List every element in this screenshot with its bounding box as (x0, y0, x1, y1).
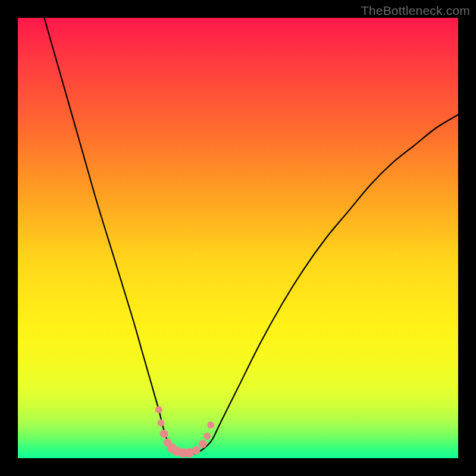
range-marker-dot (155, 406, 162, 414)
range-marker-dot (160, 430, 168, 438)
bottleneck-curve (44, 18, 458, 455)
range-marker-dot (199, 440, 207, 448)
plot-area (18, 18, 458, 458)
watermark-text: TheBottleneck.com (361, 4, 470, 18)
curve-layer (18, 18, 458, 458)
range-marker-dot (192, 446, 201, 455)
range-marker-dot (207, 422, 214, 429)
range-marker-dot (203, 433, 211, 440)
range-markers (155, 406, 214, 458)
range-marker-dot (158, 419, 165, 427)
chart-frame: TheBottleneck.com (0, 0, 476, 476)
